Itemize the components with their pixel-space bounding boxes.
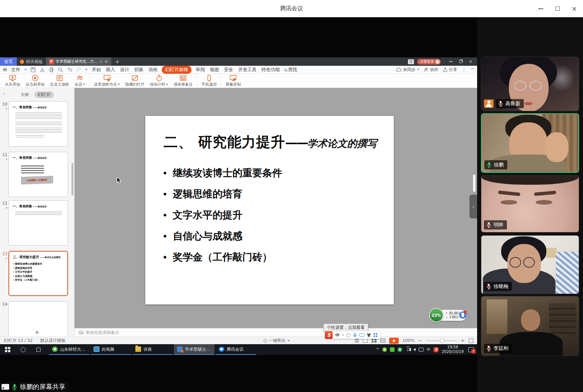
skin-icon[interactable] bbox=[367, 333, 371, 337]
participant-tile[interactable]: 徐晓梅 bbox=[481, 235, 579, 294]
taskbar-app-meeting[interactable]: 腾讯会议 bbox=[216, 344, 256, 355]
menu-view[interactable]: 视图 bbox=[209, 66, 220, 73]
zoom-slider[interactable] bbox=[426, 340, 457, 341]
tab-close-icon[interactable]: × bbox=[104, 59, 108, 64]
menu-transition[interactable]: 切换 bbox=[133, 66, 144, 73]
ime-toolbar[interactable]: S 中 bbox=[325, 331, 380, 339]
collaborate-button[interactable]: 协作 bbox=[424, 67, 438, 73]
add-slide-button[interactable]: + bbox=[0, 329, 74, 336]
undo-icon[interactable] bbox=[67, 67, 73, 73]
taskbar-app-folder[interactable]: 讲座 bbox=[132, 344, 173, 355]
maximize-button[interactable] bbox=[552, 3, 563, 15]
print-icon[interactable] bbox=[49, 67, 54, 73]
menu-start[interactable]: 开始 bbox=[91, 66, 102, 73]
zoom-slider-knob[interactable] bbox=[440, 338, 444, 343]
menu-animation[interactable]: 动画 bbox=[148, 66, 158, 73]
pin-icon[interactable] bbox=[100, 60, 102, 63]
notes-toggle-icon[interactable] bbox=[355, 339, 359, 342]
find-button[interactable]: 查找 bbox=[284, 67, 297, 73]
hide-slide-button[interactable]: 隐藏幻灯片 bbox=[123, 74, 147, 88]
ime-lang-indicator[interactable]: 中 bbox=[335, 332, 339, 338]
collapse-ribbon-icon[interactable]: ^ bbox=[471, 67, 474, 72]
slide-11-thumb[interactable]: 一、角色转换——角色定位 自我鞭策+主观能动 bbox=[8, 152, 68, 197]
antivirus-icon[interactable] bbox=[398, 347, 402, 352]
menu-security[interactable]: 安全 bbox=[223, 66, 234, 73]
taskbar-app-wps[interactable]: 学术型硕士研究生... bbox=[174, 344, 214, 355]
slide-12-thumb[interactable]: 一、角色转换——角色定位 bbox=[8, 200, 68, 246]
toolbox-icon[interactable] bbox=[374, 333, 377, 337]
menu-features[interactable]: 特色功能 bbox=[261, 66, 281, 73]
taskbar-app-browser[interactable]: 山东财经大学 - 36... bbox=[49, 344, 89, 355]
sogou-logo[interactable]: S bbox=[325, 331, 333, 339]
task-view-button[interactable] bbox=[31, 344, 46, 355]
slide-sorter-icon[interactable] bbox=[372, 338, 377, 343]
play-from-start-button[interactable]: 从头开始 bbox=[2, 74, 23, 88]
zoom-level[interactable]: 100% bbox=[403, 338, 414, 343]
slide-10-thumb[interactable]: 一、角色转换——角色定位 bbox=[8, 101, 68, 146]
cloud-sync-button[interactable]: 未同步 bbox=[396, 67, 419, 73]
expand-panel-button[interactable]: › bbox=[469, 195, 477, 218]
tray-app-icon[interactable] bbox=[382, 347, 387, 352]
sogou-tray-icon[interactable]: S bbox=[434, 347, 438, 352]
ime-punctuation-icon[interactable] bbox=[342, 334, 344, 336]
tab-docer[interactable]: 稻壳模板 bbox=[17, 57, 46, 66]
tab-home[interactable]: 首页 bbox=[0, 57, 17, 66]
tab-slides[interactable]: 幻灯片 bbox=[34, 91, 54, 98]
tray-expand-icon[interactable]: ^ bbox=[376, 347, 379, 352]
reading-view-icon[interactable] bbox=[380, 338, 385, 343]
custom-show-button[interactable]: 自定义放映 bbox=[47, 74, 72, 88]
zoom-out-button[interactable]: − bbox=[418, 338, 422, 343]
zoom-in-button[interactable]: + bbox=[461, 338, 465, 343]
tab-outline[interactable]: 大纲 bbox=[21, 92, 29, 98]
security-tool-icon[interactable] bbox=[459, 311, 466, 319]
slide-13-thumb-selected[interactable]: 二、研究能力提升——学术论文的撰写 继续攻读博士的重要条件 逻辑思维的培育 文字… bbox=[8, 251, 68, 296]
network-speed-widget[interactable]: ↑80.8K/s ↓3.8K/s 23% bbox=[429, 308, 466, 323]
close-button[interactable]: × bbox=[568, 3, 580, 15]
menu-slideshow[interactable]: 幻灯片放映 bbox=[162, 66, 192, 74]
memory-usage-ball[interactable]: 23% bbox=[429, 308, 443, 322]
menu-insert[interactable]: 插入 bbox=[105, 66, 116, 73]
new-tab-button[interactable]: + bbox=[111, 57, 123, 66]
menu-file[interactable]: 文件 bbox=[10, 66, 21, 73]
play-from-current-button[interactable]: 从当前开始 bbox=[23, 74, 47, 88]
wps-restore-button[interactable] bbox=[457, 57, 464, 66]
beautify-button[interactable]: 一键美化 bbox=[264, 338, 290, 343]
menu-review[interactable]: 审阅 bbox=[195, 66, 206, 73]
fullscreen-icon[interactable] bbox=[469, 338, 473, 343]
tray-lang-indicator[interactable]: 中 bbox=[427, 347, 430, 352]
output-icon[interactable] bbox=[39, 67, 45, 73]
wps-minimize-button[interactable] bbox=[447, 57, 454, 66]
wechat-icon[interactable] bbox=[390, 347, 395, 352]
more-options-icon[interactable]: ⋮ bbox=[462, 67, 466, 72]
window-count-badge[interactable]: 1 bbox=[408, 59, 414, 64]
current-slide[interactable]: 二、 研究能力提升——学术论文的撰写 继续攻读博士的重要条件 逻辑思维的培育 文… bbox=[145, 116, 394, 304]
clock[interactable]: 19:56 2020/10/19 bbox=[442, 345, 464, 354]
canvas-scrollbar[interactable] bbox=[473, 174, 476, 192]
cortana-button[interactable] bbox=[15, 344, 31, 355]
notes-bar[interactable]: 单击此处添加备注 bbox=[75, 328, 477, 337]
collapse-sidebar-icon[interactable]: « bbox=[3, 91, 5, 96]
participant-tile-speaking[interactable]: 徐鹏 bbox=[481, 113, 579, 173]
template-name[interactable]: 默认设计模板 bbox=[40, 338, 65, 343]
sidebar-scrollbar[interactable] bbox=[71, 163, 73, 195]
save-icon[interactable] bbox=[30, 67, 36, 73]
volume-icon[interactable] bbox=[413, 348, 416, 351]
preview-icon[interactable] bbox=[58, 67, 63, 73]
slideshow-settings-button[interactable]: 设置放映方式 bbox=[91, 74, 123, 88]
slideshow-play-button[interactable] bbox=[389, 338, 399, 344]
participant-tile[interactable]: 李廷刚 bbox=[481, 296, 579, 356]
tab-document[interactable]: P 学术型硕士研究生...力提升10.19 × bbox=[46, 57, 111, 66]
participant-tile[interactable]: 高鲁新 bbox=[481, 57, 579, 111]
speaker-notes-button[interactable]: 演讲者备注 bbox=[171, 74, 195, 88]
phone-remote-button[interactable]: 手机遥控 bbox=[199, 74, 219, 88]
emoji-icon[interactable] bbox=[346, 333, 351, 337]
share-button[interactable]: 分享 bbox=[443, 67, 457, 73]
meeting-button[interactable]: 会议 bbox=[72, 74, 88, 88]
redo-icon[interactable] bbox=[76, 67, 82, 73]
participant-tile[interactable]: 明眸 bbox=[481, 175, 579, 233]
wps-close-button[interactable]: × bbox=[467, 57, 474, 66]
guest-login-button[interactable]: 访客登录 bbox=[417, 59, 441, 65]
menu-design[interactable]: 设计 bbox=[119, 66, 130, 73]
action-center-icon[interactable]: 1 bbox=[468, 347, 474, 352]
start-button[interactable] bbox=[0, 344, 15, 355]
